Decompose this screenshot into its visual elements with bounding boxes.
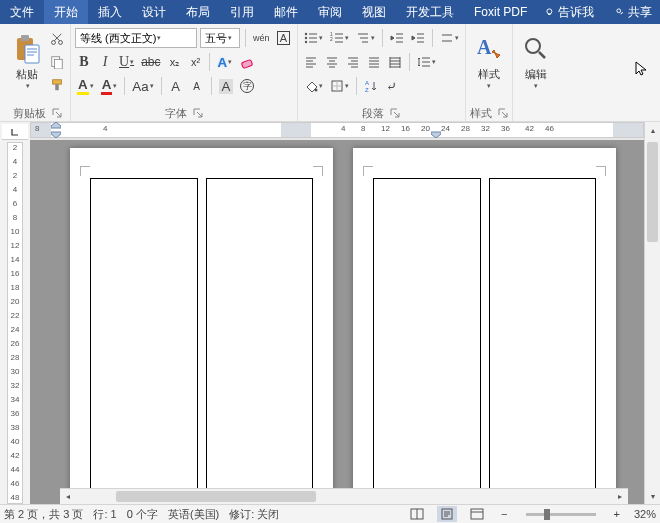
align-distribute-button[interactable]: [386, 52, 404, 72]
share-button[interactable]: 共享: [607, 0, 660, 24]
tab-design[interactable]: 设计: [132, 0, 176, 24]
tab-home[interactable]: 开始: [44, 0, 88, 24]
svg-rect-11: [241, 59, 252, 68]
status-track[interactable]: 修订: 关闭: [229, 507, 279, 522]
text-effects-button[interactable]: A▾: [215, 52, 234, 72]
zoom-knob[interactable]: [544, 509, 550, 520]
styles-button[interactable]: A 样式 ▾: [470, 26, 508, 94]
tab-mailings[interactable]: 邮件: [264, 0, 308, 24]
italic-button[interactable]: I: [96, 52, 114, 72]
align-justify-button[interactable]: [365, 52, 383, 72]
format-painter-button[interactable]: [48, 75, 66, 95]
editing-button[interactable]: 编辑 ▾: [517, 26, 555, 94]
shrink-font-button[interactable]: A: [188, 76, 206, 96]
borders-button[interactable]: ▾: [328, 76, 351, 96]
numbering-button[interactable]: 12▾: [328, 28, 351, 48]
eraser-icon: [239, 54, 255, 70]
bullets-button[interactable]: ▾: [302, 28, 325, 48]
horizontal-ruler[interactable]: 8448121620242832364246: [30, 122, 644, 138]
align-right-button[interactable]: [344, 52, 362, 72]
dialog-launcher-icon[interactable]: [498, 108, 508, 118]
indent-marker[interactable]: [51, 122, 61, 138]
clear-format-button[interactable]: [237, 52, 257, 72]
tab-developer[interactable]: 开发工具: [396, 0, 464, 24]
font-name-combo[interactable]: 等线 (西文正文)▾: [75, 28, 197, 48]
char-border-button[interactable]: A: [275, 28, 293, 48]
align-left-icon: [304, 55, 318, 69]
read-mode-icon: [410, 508, 424, 520]
hscroll-thumb[interactable]: [116, 491, 316, 502]
zoom-in-button[interactable]: +: [610, 508, 624, 520]
tell-me-label: 告诉我: [558, 4, 594, 21]
document-canvas[interactable]: ◂ ▸: [30, 140, 644, 504]
status-language[interactable]: 英语(美国): [168, 507, 219, 522]
view-read-button[interactable]: [407, 506, 427, 522]
cut-button[interactable]: [48, 29, 66, 49]
font-size-combo[interactable]: 五号▾: [200, 28, 240, 48]
char-shading-button[interactable]: A: [217, 76, 236, 96]
find-icon: [522, 31, 550, 67]
horizontal-scrollbar[interactable]: ◂ ▸: [60, 488, 628, 504]
scroll-down-icon[interactable]: ▾: [645, 488, 660, 504]
svg-rect-25: [471, 509, 483, 519]
subscript-button[interactable]: x₂: [165, 52, 183, 72]
multilevel-button[interactable]: ▾: [354, 28, 377, 48]
underline-button[interactable]: U▾: [117, 52, 136, 72]
line-spacing-button[interactable]: ▾: [415, 52, 438, 72]
tab-foxit[interactable]: Foxit PDF: [464, 0, 537, 24]
zoom-out-button[interactable]: −: [497, 508, 511, 520]
shading-button[interactable]: ▾: [302, 76, 325, 96]
align-center-button[interactable]: [323, 52, 341, 72]
enclose-char-button[interactable]: 字: [238, 76, 256, 96]
bucket-icon: [304, 79, 318, 93]
grow-font-button[interactable]: A: [167, 76, 185, 96]
tab-file[interactable]: 文件: [0, 0, 44, 24]
copy-button[interactable]: [48, 52, 66, 72]
styles-icon: A: [474, 31, 504, 67]
superscript-button[interactable]: x²: [186, 52, 204, 72]
dialog-launcher-icon[interactable]: [193, 108, 203, 118]
status-words[interactable]: 0 个字: [127, 507, 158, 522]
tab-insert[interactable]: 插入: [88, 0, 132, 24]
sort-button[interactable]: AZ: [362, 76, 380, 96]
zoom-value[interactable]: 32%: [634, 508, 656, 520]
status-line[interactable]: 行: 1: [93, 507, 116, 522]
scroll-left-icon[interactable]: ◂: [60, 489, 76, 505]
status-page[interactable]: 第 2 页，共 3 页: [4, 507, 83, 522]
vertical-scrollbar[interactable]: ▴ ▾: [644, 122, 660, 504]
align-left-button[interactable]: [302, 52, 320, 72]
scroll-up-icon[interactable]: ▴: [645, 122, 660, 138]
paste-button[interactable]: 粘贴 ▾: [8, 26, 46, 94]
increase-indent-button[interactable]: [409, 28, 427, 48]
vertical-ruler[interactable]: 2424681012141618202224262830323436384042…: [7, 142, 23, 504]
tab-layout[interactable]: 布局: [176, 0, 220, 24]
strikethrough-button[interactable]: abc: [139, 52, 162, 72]
svg-point-17: [314, 89, 317, 92]
tab-view[interactable]: 视图: [352, 0, 396, 24]
dialog-launcher-icon[interactable]: [52, 108, 62, 118]
asian-line-button[interactable]: ▾: [438, 28, 461, 48]
vertical-strip: 2424681012141618202224262830323436384042…: [0, 122, 30, 504]
share-icon: [615, 7, 625, 17]
change-case-button[interactable]: Aa▾: [130, 76, 155, 96]
phonetic-guide-button[interactable]: wén: [251, 28, 272, 48]
tab-references[interactable]: 引用: [220, 0, 264, 24]
view-print-button[interactable]: [437, 506, 457, 522]
svg-text:A: A: [365, 80, 369, 86]
tab-selector[interactable]: [2, 124, 28, 140]
highlight-button[interactable]: A▾: [75, 76, 96, 96]
line-spacing-icon: [417, 55, 431, 69]
zoom-slider[interactable]: [526, 513, 596, 516]
bulb-icon: [545, 7, 555, 17]
tell-me[interactable]: 告诉我: [537, 0, 602, 24]
font-color-button[interactable]: A▾: [99, 76, 120, 96]
view-web-button[interactable]: [467, 506, 487, 522]
vscroll-thumb[interactable]: [647, 142, 658, 242]
indent-marker[interactable]: [431, 122, 441, 138]
show-marks-button[interactable]: ⤶: [383, 76, 401, 96]
scroll-right-icon[interactable]: ▸: [612, 489, 628, 505]
bold-button[interactable]: B: [75, 52, 93, 72]
dialog-launcher-icon[interactable]: [390, 108, 400, 118]
tab-review[interactable]: 审阅: [308, 0, 352, 24]
decrease-indent-button[interactable]: [388, 28, 406, 48]
